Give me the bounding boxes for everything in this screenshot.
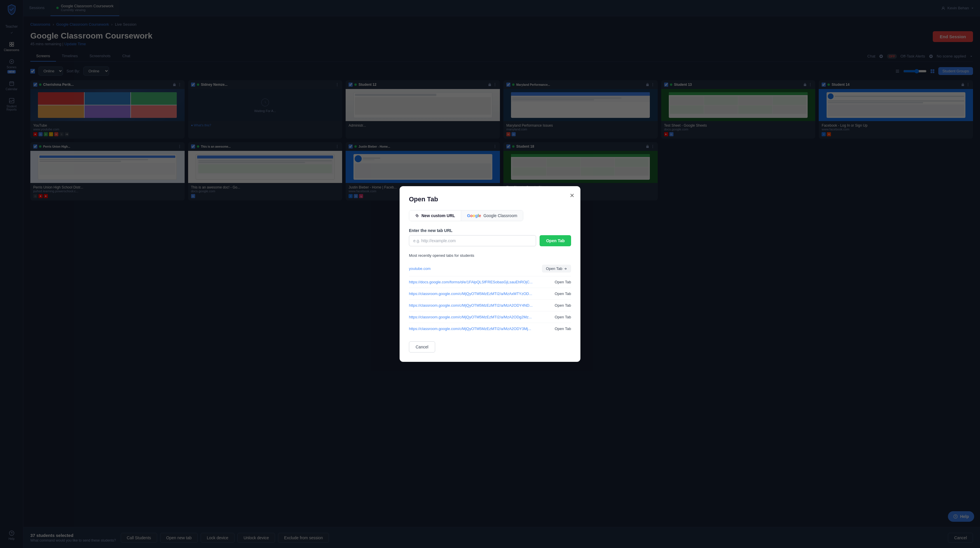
recent-tab-url-4[interactable]: https://classroom.google.com/c/MjQyOTM5M… [409,303,550,307]
arrow-right-icon [563,267,567,271]
recent-tab-url-6[interactable]: https://classroom.google.com/c/MjQyOTM5M… [409,327,550,331]
link-icon [415,213,419,218]
recent-tabs-list: youtube.com Open Tab https://docs.google… [409,261,571,335]
modal-open-tab-button[interactable]: Open Tab [539,235,571,246]
google-g-icon: Google [467,213,481,218]
recent-tab-item: youtube.com Open Tab [409,261,571,276]
recent-tab-item: https://classroom.google.com/c/MjQyOTM5M… [409,299,571,311]
recent-tab-url-2[interactable]: https://docs.google.com/forms/d/e/1FAlpQ… [409,280,550,284]
open-tab-button-2[interactable]: Open Tab [555,280,571,284]
recent-tab-item: https://classroom.google.com/c/MjQyOTM5M… [409,288,571,299]
recent-tab-item: https://classroom.google.com/c/MjQyOTM5M… [409,311,571,323]
recent-tabs-title: Most recently opened tabs for students [409,253,571,258]
modal-footer: Cancel [409,341,571,352]
open-tab-button-1[interactable]: Open Tab [542,264,571,272]
open-tab-button-5[interactable]: Open Tab [555,315,571,319]
url-input[interactable] [409,235,536,246]
modal-tab-custom-url-label: New custom URL [422,213,455,218]
modal-overlay[interactable]: Open Tab ✕ New custom URL Google Google … [0,0,980,548]
modal-cancel-button[interactable]: Cancel [409,341,435,352]
recent-tab-item: https://classroom.google.com/c/MjQyOTM5M… [409,323,571,335]
modal-title: Open Tab [409,196,571,203]
modal-tabs: New custom URL Google Google Classroom [409,210,523,221]
modal-input-label: Enter the new tab URL [409,228,571,233]
modal-close-button[interactable]: ✕ [570,192,574,199]
modal-tab-custom-url[interactable]: New custom URL [409,210,461,221]
recent-tab-url-1[interactable]: youtube.com [409,266,537,271]
open-tab-button-6[interactable]: Open Tab [555,327,571,331]
recent-tab-url-5[interactable]: https://classroom.google.com/c/MjQyOTM5M… [409,315,550,319]
open-tab-button-4[interactable]: Open Tab [555,303,571,307]
modal-tab-google-classroom[interactable]: Google Google Classroom [461,210,523,221]
open-tab-button-3[interactable]: Open Tab [555,292,571,296]
recent-tab-url-3[interactable]: https://classroom.google.com/c/MjQyOTM5M… [409,292,550,296]
modal-tab-google-classroom-label: Google Classroom [483,213,517,218]
modal-input-row: Open Tab [409,235,571,246]
open-tab-modal: Open Tab ✕ New custom URL Google Google … [399,186,581,362]
recent-tab-item: https://docs.google.com/forms/d/e/1FAlpQ… [409,276,571,288]
